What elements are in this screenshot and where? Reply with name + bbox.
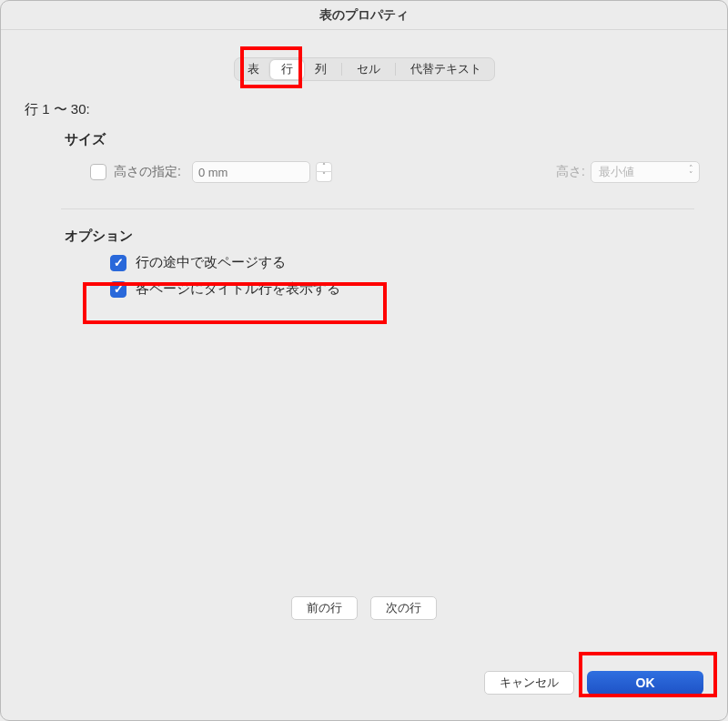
height-stepper[interactable]: ˄ ˅ [316, 162, 332, 182]
chevron-updown-icon: ˄˅ [689, 166, 693, 178]
ok-button[interactable]: OK [587, 671, 703, 695]
tabs: 表 行 列 セル 代替テキスト [234, 57, 495, 81]
tab-table[interactable]: 表 [237, 60, 270, 79]
dialog-title: 表のプロパティ [1, 1, 727, 30]
tab-separator [341, 63, 342, 76]
table-properties-dialog: 表のプロパティ 表 行 列 セル 代替テキスト 行 1 〜 30: サイズ 高さ… [0, 0, 728, 721]
section-divider [61, 208, 694, 209]
label-repeat-header: 各ページにタイトル行を表示する [136, 280, 340, 298]
label-specify-height: 高さの指定: [114, 164, 181, 180]
select-height-mode[interactable]: 最小値 ˄˅ [591, 161, 700, 183]
footer-buttons: キャンセル OK [484, 671, 703, 695]
option-repeat-header: 各ページにタイトル行を表示する [110, 280, 709, 298]
next-row-button[interactable]: 次の行 [370, 596, 437, 620]
checkbox-break-row[interactable] [110, 255, 126, 271]
tabs-row: 表 行 列 セル 代替テキスト [1, 57, 727, 81]
section-title-options: オプション [65, 228, 709, 245]
stepper-down-icon[interactable]: ˅ [316, 172, 332, 182]
content-area: 行 1 〜 30: サイズ 高さの指定: ˄ ˅ 高さ: 最小値 ˄˅ オプショ… [19, 96, 709, 638]
checkbox-repeat-header[interactable] [110, 281, 126, 298]
tab-column[interactable]: 列 [304, 60, 338, 79]
prev-row-button[interactable]: 前の行 [291, 596, 358, 620]
option-break-row: 行の途中で改ページする [110, 254, 709, 271]
row-range-label: 行 1 〜 30: [25, 101, 703, 118]
cancel-button[interactable]: キャンセル [484, 671, 574, 695]
label-break-row: 行の途中で改ページする [136, 254, 286, 271]
checkbox-specify-height[interactable] [90, 164, 106, 180]
label-height-mode: 高さ: [556, 164, 585, 180]
height-input-group [192, 161, 310, 183]
height-input[interactable] [193, 166, 309, 179]
tab-separator [395, 63, 396, 76]
tab-alt-text[interactable]: 代替テキスト [399, 60, 492, 79]
select-height-mode-value: 最小値 [599, 164, 634, 180]
height-mode-group: 高さ: 最小値 ˄˅ [556, 161, 700, 183]
row-nav-buttons: 前の行 次の行 [1, 596, 727, 620]
tab-cell[interactable]: セル [346, 60, 391, 79]
size-row: 高さの指定: ˄ ˅ 高さ: 最小値 ˄˅ [90, 161, 700, 183]
tab-row[interactable]: 行 [270, 60, 304, 79]
section-title-size: サイズ [65, 131, 709, 148]
